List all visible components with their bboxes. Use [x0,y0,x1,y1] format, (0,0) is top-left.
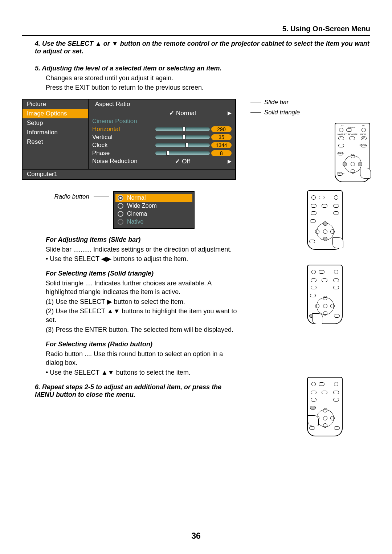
text-sel1: Solid triangle .... Indicates further ch… [46,279,240,297]
slider-bar [155,127,210,131]
remote-label-picmute: PIC-MUTE [348,133,358,135]
subhead-radiobutton: For Selecting items (Radio button) [46,341,370,348]
osd-left-item: Reset [23,137,88,147]
subhead-solidtriangle: For Selecting items (Solid triangle) [46,270,240,277]
osd-left-item-selected: Image Options [23,109,88,118]
solid-triangle-icon: ▶ [211,158,232,164]
radio-item-label: Native [127,219,143,225]
osd-item-label-selected: Horizontal [92,126,154,133]
osd-item-value: Off [175,158,190,165]
slider-bar [155,151,210,155]
slider-bar [155,143,210,147]
osd-item-label: Vertical [92,134,154,141]
radio-dot-icon [118,211,123,217]
radio-item-label: Normal [127,195,146,201]
osd-right-panel: Aspect Ratio Normal ▶ Cinema Position Ho… [89,99,235,169]
remote-label-enter: ENTER [338,172,344,175]
text-sel2: (1) Use the SELECT ▶ button to select th… [46,297,240,306]
step6-heading: 6. Repeat steps 2-5 to adjust an additio… [35,383,240,399]
osd-left-item: Information [23,128,88,137]
radio-dot-icon [118,219,123,225]
step4-heading: 4. Use the SELECT ▲ or ▼ button on the r… [35,40,370,55]
osd-item-disabled: Cinema Position [92,118,154,125]
radio-dot-icon [118,195,123,201]
remote-illustration [307,377,343,436]
text-sel3: (2) Use the SELECT ▲▼ buttons to highlig… [46,307,240,325]
radio-dot-icon [118,203,123,209]
remote-label-down: DOWN [360,144,366,146]
osd-value-pill: 35 [211,134,232,140]
annotation-slidebar: Slide bar [264,99,289,106]
page-number: 36 [0,531,392,541]
remote-label-magnify: MAGNIFY [338,133,347,135]
remote-label-on: ON [362,125,365,127]
chapter-header: 5. Using On-Screen Menu [22,25,370,36]
step5-heading: 5. Adjusting the level of a selected ite… [35,65,370,72]
remote-illustration [307,190,343,250]
radio-item-disabled: Native [118,218,190,226]
radio-popup: Normal Wide Zoom Cinema Native [113,191,195,229]
osd-item-label: Phase [92,150,154,157]
osd-item-label: Clock [92,142,154,149]
osd-value-pill: 8 [211,150,232,156]
osd-value-pill: 1344 [211,142,232,148]
solid-triangle-icon: ▶ [211,110,232,116]
remote-illustration: OFF ON POWER MAGNIFY PIC-MUTE PAGE + UP [335,123,370,182]
osd-footer: Computer1 [23,169,235,179]
step5-text2: Press the EXIT button to return to the p… [46,83,370,92]
radio-item: Wide Zoom [118,202,190,210]
text-sel4: (3) Press the ENTER button. The selected… [46,325,240,334]
osd-item-label: Aspect Ratio [95,101,130,108]
radio-item-label: Cinema [127,211,147,217]
radio-item: Cinema [118,210,190,218]
radio-item-selected: Normal [115,194,192,202]
remote-label-power: POWER [348,126,355,129]
slider-bar [155,135,210,139]
osd-left-item: Picture [23,99,88,109]
osd-left-menu: Picture Image Options Setup Information … [23,99,89,169]
remote-label-up: UP [362,137,365,139]
remote-label-off: OFF [340,125,344,127]
minus-icon: − [340,144,341,146]
radio-item-label: Wide Zoom [127,203,157,209]
osd-value-pill: 290 [211,126,232,132]
osd-item-value: Normal [169,109,196,117]
remote-label-page: PAGE [360,133,366,135]
osd-left-item: Setup [23,118,88,128]
text-rad1: Radio button .... Use this round button … [46,350,240,367]
remote-label-menu: MENU [338,152,344,154]
annotation-radiobutton: Radio button [35,193,89,200]
annotation-solidtriangle: Solid triangle [264,109,300,116]
step5-text1: Changes are stored until you adjust it a… [46,74,370,82]
remote-illustration [307,265,343,324]
osd-item-label: Noise Reduction [92,158,154,165]
osd-menu: Picture Image Options Setup Information … [22,99,236,180]
plus-icon: + [340,137,341,139]
